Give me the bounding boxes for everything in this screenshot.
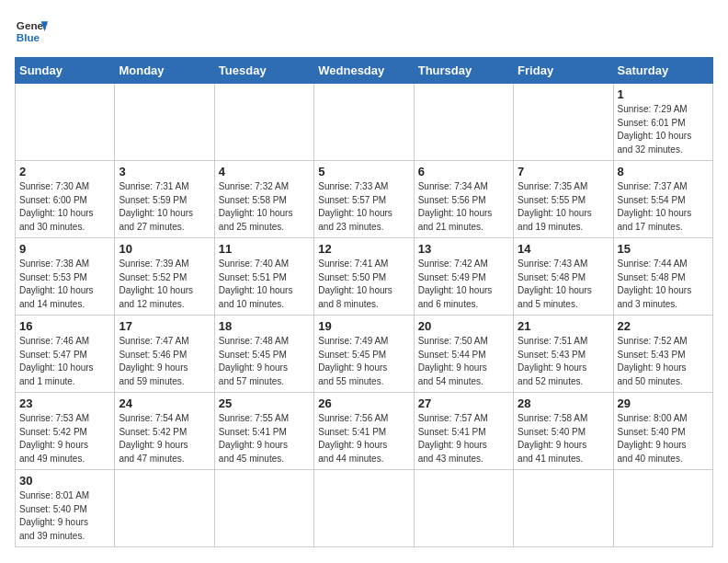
day-number: 28 <box>518 396 609 410</box>
weekday-header-friday: Friday <box>514 58 613 84</box>
calendar-week-row: 23Sunrise: 7:53 AM Sunset: 5:42 PM Dayli… <box>16 393 713 470</box>
day-info: Sunrise: 7:29 AM Sunset: 6:01 PM Dayligh… <box>618 103 709 156</box>
weekday-header-tuesday: Tuesday <box>214 58 313 84</box>
calendar-cell: 2Sunrise: 7:30 AM Sunset: 6:00 PM Daylig… <box>16 161 115 238</box>
day-number: 2 <box>19 165 110 178</box>
calendar-cell: 30Sunrise: 8:01 AM Sunset: 5:40 PM Dayli… <box>16 470 115 547</box>
day-number: 3 <box>119 165 210 178</box>
calendar-cell: 26Sunrise: 7:56 AM Sunset: 5:41 PM Dayli… <box>314 393 414 470</box>
day-number: 26 <box>318 396 409 410</box>
calendar-cell <box>214 470 313 547</box>
day-info: Sunrise: 7:47 AM Sunset: 5:46 PM Dayligh… <box>119 335 210 388</box>
calendar-cell: 3Sunrise: 7:31 AM Sunset: 5:59 PM Daylig… <box>115 161 214 238</box>
calendar-cell: 4Sunrise: 7:32 AM Sunset: 5:58 PM Daylig… <box>214 161 313 238</box>
calendar-cell: 22Sunrise: 7:52 AM Sunset: 5:43 PM Dayli… <box>613 316 712 393</box>
calendar-week-row: 30Sunrise: 8:01 AM Sunset: 5:40 PM Dayli… <box>16 470 713 547</box>
calendar-cell <box>115 470 214 547</box>
calendar-cell <box>414 470 513 547</box>
calendar-cell: 10Sunrise: 7:39 AM Sunset: 5:52 PM Dayli… <box>115 238 214 316</box>
day-info: Sunrise: 7:38 AM Sunset: 5:53 PM Dayligh… <box>19 258 110 311</box>
calendar-cell: 24Sunrise: 7:54 AM Sunset: 5:42 PM Dayli… <box>115 393 214 470</box>
day-info: Sunrise: 7:51 AM Sunset: 5:43 PM Dayligh… <box>518 335 609 388</box>
calendar-cell: 20Sunrise: 7:50 AM Sunset: 5:44 PM Dayli… <box>414 316 513 393</box>
logo-icon: General Blue <box>15 15 48 48</box>
calendar-cell <box>314 470 414 547</box>
calendar-cell: 28Sunrise: 7:58 AM Sunset: 5:40 PM Dayli… <box>514 393 613 470</box>
calendar-cell: 15Sunrise: 7:44 AM Sunset: 5:48 PM Dayli… <box>613 238 712 316</box>
logo: General Blue <box>15 15 48 48</box>
day-number: 16 <box>19 319 110 333</box>
calendar-cell: 21Sunrise: 7:51 AM Sunset: 5:43 PM Dayli… <box>514 316 613 393</box>
calendar-cell <box>314 84 414 161</box>
day-info: Sunrise: 7:52 AM Sunset: 5:43 PM Dayligh… <box>618 335 709 388</box>
day-info: Sunrise: 7:31 AM Sunset: 5:59 PM Dayligh… <box>119 180 210 234</box>
day-info: Sunrise: 7:43 AM Sunset: 5:48 PM Dayligh… <box>518 258 609 311</box>
day-number: 1 <box>618 87 709 101</box>
calendar-cell: 8Sunrise: 7:37 AM Sunset: 5:54 PM Daylig… <box>613 161 712 238</box>
day-number: 11 <box>219 242 310 256</box>
day-number: 18 <box>219 319 310 333</box>
calendar-cell: 6Sunrise: 7:34 AM Sunset: 5:56 PM Daylig… <box>414 161 513 238</box>
calendar-cell <box>514 84 613 161</box>
calendar-cell <box>115 84 214 161</box>
calendar-cell: 27Sunrise: 7:57 AM Sunset: 5:41 PM Dayli… <box>414 393 513 470</box>
day-info: Sunrise: 7:44 AM Sunset: 5:48 PM Dayligh… <box>618 258 709 311</box>
day-number: 23 <box>19 396 110 410</box>
day-info: Sunrise: 7:54 AM Sunset: 5:42 PM Dayligh… <box>119 412 210 465</box>
calendar-cell <box>514 470 613 547</box>
day-number: 12 <box>318 242 409 256</box>
day-number: 8 <box>618 165 709 178</box>
calendar-cell: 13Sunrise: 7:42 AM Sunset: 5:49 PM Dayli… <box>414 238 513 316</box>
day-number: 20 <box>418 319 509 333</box>
day-number: 25 <box>219 396 310 410</box>
calendar-cell: 25Sunrise: 7:55 AM Sunset: 5:41 PM Dayli… <box>214 393 313 470</box>
day-info: Sunrise: 7:40 AM Sunset: 5:51 PM Dayligh… <box>219 258 310 311</box>
day-number: 30 <box>19 474 110 488</box>
svg-text:Blue: Blue <box>17 31 40 43</box>
calendar-week-row: 16Sunrise: 7:46 AM Sunset: 5:47 PM Dayli… <box>16 316 713 393</box>
day-info: Sunrise: 7:53 AM Sunset: 5:42 PM Dayligh… <box>19 412 110 465</box>
day-number: 27 <box>418 396 509 410</box>
calendar-cell: 19Sunrise: 7:49 AM Sunset: 5:45 PM Dayli… <box>314 316 414 393</box>
calendar-cell <box>414 84 513 161</box>
weekday-header-sunday: Sunday <box>16 58 115 84</box>
day-info: Sunrise: 7:30 AM Sunset: 6:00 PM Dayligh… <box>19 180 110 234</box>
calendar-cell: 7Sunrise: 7:35 AM Sunset: 5:55 PM Daylig… <box>514 161 613 238</box>
day-info: Sunrise: 7:33 AM Sunset: 5:57 PM Dayligh… <box>318 180 409 234</box>
day-number: 10 <box>119 242 210 256</box>
weekday-header-saturday: Saturday <box>613 58 712 84</box>
weekday-header-wednesday: Wednesday <box>314 58 414 84</box>
day-number: 15 <box>618 242 709 256</box>
day-info: Sunrise: 7:41 AM Sunset: 5:50 PM Dayligh… <box>318 258 409 311</box>
day-info: Sunrise: 7:39 AM Sunset: 5:52 PM Dayligh… <box>119 258 210 311</box>
day-info: Sunrise: 7:48 AM Sunset: 5:45 PM Dayligh… <box>219 335 310 388</box>
calendar-cell: 1Sunrise: 7:29 AM Sunset: 6:01 PM Daylig… <box>613 84 712 161</box>
day-number: 5 <box>318 165 409 178</box>
calendar-cell <box>613 470 712 547</box>
day-info: Sunrise: 7:37 AM Sunset: 5:54 PM Dayligh… <box>618 180 709 234</box>
calendar-cell: 9Sunrise: 7:38 AM Sunset: 5:53 PM Daylig… <box>16 238 115 316</box>
weekday-header-row: SundayMondayTuesdayWednesdayThursdayFrid… <box>16 58 713 84</box>
day-info: Sunrise: 7:35 AM Sunset: 5:55 PM Dayligh… <box>518 180 609 234</box>
day-number: 29 <box>618 396 709 410</box>
weekday-header-thursday: Thursday <box>414 58 513 84</box>
day-number: 22 <box>618 319 709 333</box>
calendar-cell <box>214 84 313 161</box>
day-info: Sunrise: 8:00 AM Sunset: 5:40 PM Dayligh… <box>618 412 709 465</box>
calendar-header: SundayMondayTuesdayWednesdayThursdayFrid… <box>16 58 713 84</box>
day-info: Sunrise: 8:01 AM Sunset: 5:40 PM Dayligh… <box>19 489 110 543</box>
calendar-cell: 18Sunrise: 7:48 AM Sunset: 5:45 PM Dayli… <box>214 316 313 393</box>
day-number: 24 <box>119 396 210 410</box>
day-number: 21 <box>518 319 609 333</box>
calendar-cell: 11Sunrise: 7:40 AM Sunset: 5:51 PM Dayli… <box>214 238 313 316</box>
day-number: 6 <box>418 165 509 178</box>
day-info: Sunrise: 7:32 AM Sunset: 5:58 PM Dayligh… <box>219 180 310 234</box>
calendar-cell: 23Sunrise: 7:53 AM Sunset: 5:42 PM Dayli… <box>16 393 115 470</box>
page-header: General Blue <box>15 15 713 48</box>
calendar-cell: 5Sunrise: 7:33 AM Sunset: 5:57 PM Daylig… <box>314 161 414 238</box>
day-info: Sunrise: 7:34 AM Sunset: 5:56 PM Dayligh… <box>418 180 509 234</box>
calendar-week-row: 2Sunrise: 7:30 AM Sunset: 6:00 PM Daylig… <box>16 161 713 238</box>
calendar-cell: 16Sunrise: 7:46 AM Sunset: 5:47 PM Dayli… <box>16 316 115 393</box>
calendar-table: SundayMondayTuesdayWednesdayThursdayFrid… <box>15 57 713 547</box>
day-info: Sunrise: 7:49 AM Sunset: 5:45 PM Dayligh… <box>318 335 409 388</box>
